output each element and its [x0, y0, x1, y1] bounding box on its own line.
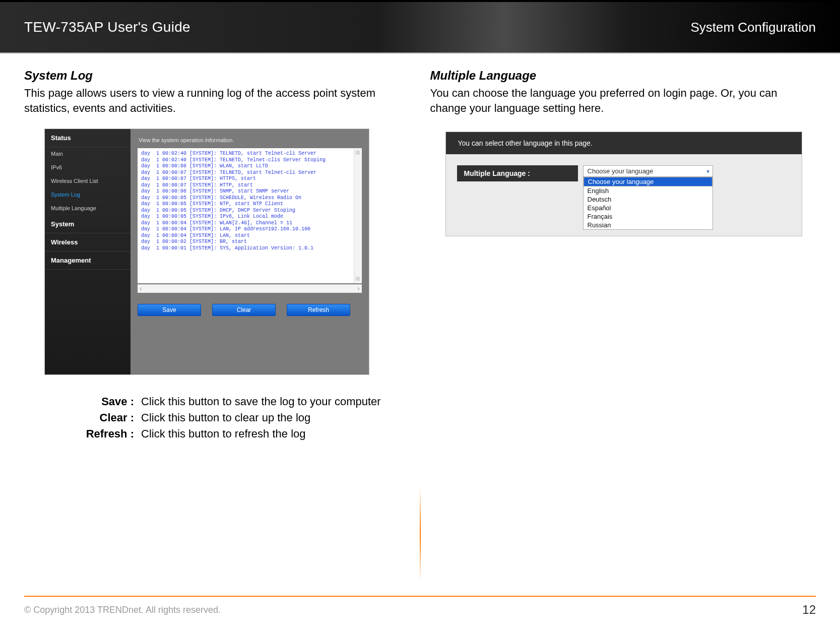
language-select[interactable]: Choose your language ▾ — [583, 165, 713, 177]
desc-label: Clear — [24, 411, 134, 424]
language-options: Choose your language English Deutsch Esp… — [583, 177, 713, 230]
vertical-scrollbar[interactable] — [354, 149, 361, 283]
language-screenshot: You can select other language in this pa… — [445, 132, 802, 236]
right-column: Multiple Language You can choose the lan… — [430, 69, 816, 444]
button-description-list: Save Click this button to save the log t… — [24, 395, 410, 440]
desc-label: Refresh — [24, 427, 134, 440]
language-desc: You can choose the language you preferre… — [430, 86, 816, 115]
log-hint: View the system operation information. — [139, 137, 362, 143]
doc-title: TEW-735AP User's Guide — [24, 19, 190, 35]
language-heading: Multiple Language — [430, 69, 816, 83]
horizontal-scrollbar[interactable] — [138, 284, 362, 293]
desc-row-clear: Clear Click this button to clear up the … — [24, 411, 410, 424]
language-selected-value: Choose your language — [588, 167, 654, 175]
copyright-text: © Copyright 2013 TRENDnet. All rights re… — [24, 605, 221, 615]
column-divider — [420, 488, 421, 581]
nav-group-status[interactable]: Status — [45, 129, 131, 147]
desc-text: Click this button to clear up the log — [141, 411, 310, 424]
desc-text: Click this button to save the log to you… — [141, 395, 381, 408]
section-title: System Configuration — [690, 20, 816, 35]
clear-button[interactable]: Clear — [212, 304, 276, 316]
language-option[interactable]: Choose your language — [584, 177, 713, 186]
language-option[interactable]: Russian — [584, 221, 713, 229]
language-option[interactable]: Français — [584, 212, 713, 221]
nav-item-main[interactable]: Main — [45, 147, 131, 161]
page-number: 12 — [802, 603, 816, 617]
system-log-desc: This page allows users to view a running… — [24, 86, 410, 115]
save-button[interactable]: Save — [138, 304, 201, 316]
language-option[interactable]: Español — [584, 204, 713, 212]
nav-item-ipv6[interactable]: IPv6 — [45, 161, 131, 174]
desc-label: Save — [24, 395, 134, 408]
language-option[interactable]: Deutsch — [584, 195, 713, 204]
refresh-button[interactable]: Refresh — [287, 304, 350, 316]
log-content: day 1 00:02:40 [SYSTEM]: TELNETD, start … — [138, 149, 361, 254]
system-log-screenshot: Status Main IPv6 Wireless Client List Sy… — [44, 129, 369, 375]
chevron-down-icon: ▾ — [706, 168, 709, 175]
nav-item-system-log[interactable]: System Log — [45, 188, 131, 202]
page-header: TEW-735AP User's Guide System Configurat… — [0, 0, 840, 53]
language-field-label: Multiple Language : — [457, 165, 578, 181]
system-log-heading: System Log — [24, 69, 410, 83]
page-footer: © Copyright 2013 TRENDnet. All rights re… — [24, 596, 816, 617]
log-textarea[interactable]: day 1 00:02:40 [SYSTEM]: TELNETD, start … — [138, 148, 362, 283]
nav-group-system[interactable]: System — [45, 215, 131, 233]
desc-row-save: Save Click this button to save the log t… — [24, 395, 410, 408]
nav-group-wireless[interactable]: Wireless — [45, 233, 131, 251]
desc-text: Click this button to refresh the log — [141, 427, 306, 440]
left-column: System Log This page allows users to vie… — [24, 69, 410, 444]
language-dropdown[interactable]: Choose your language ▾ Choose your langu… — [583, 165, 713, 230]
nav-item-language[interactable]: Multiple Language — [45, 202, 131, 215]
nav-sidebar: Status Main IPv6 Wireless Client List Sy… — [45, 129, 131, 374]
desc-row-refresh: Refresh Click this button to refresh the… — [24, 427, 410, 440]
nav-group-management[interactable]: Management — [45, 251, 131, 270]
language-option[interactable]: English — [584, 186, 713, 195]
language-bar: You can select other language in this pa… — [446, 132, 802, 154]
nav-item-wireless-list[interactable]: Wireless Client List — [45, 174, 131, 188]
